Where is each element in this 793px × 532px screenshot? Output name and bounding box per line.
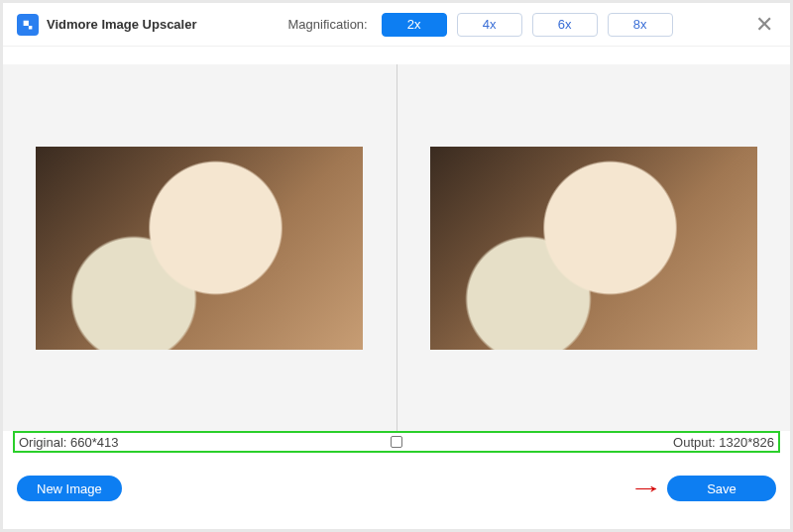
arrow-right-icon: →	[628, 476, 663, 501]
close-icon[interactable]: ✕	[752, 13, 776, 37]
original-image	[36, 147, 363, 350]
output-image	[430, 147, 757, 350]
magnification-6x-button[interactable]: 6x	[532, 13, 598, 37]
original-dimensions-label: Original: 660*413	[15, 435, 118, 450]
magnification-4x-button[interactable]: 4x	[457, 13, 522, 37]
magnification-group: 2x 4x 6x 8x	[382, 13, 673, 37]
magnification-2x-button[interactable]: 2x	[382, 13, 447, 37]
compare-panel	[3, 64, 790, 431]
magnification-label: Magnification:	[288, 17, 368, 32]
output-dimensions-label: Output: 1320*826	[673, 435, 778, 450]
bottom-bar: New Image → Save	[17, 476, 776, 501]
save-button[interactable]: Save	[667, 476, 776, 501]
app-title: Vidmore Image Upscaler	[47, 17, 197, 32]
compare-slider-handle[interactable]	[391, 436, 402, 448]
original-pane	[3, 64, 396, 431]
new-image-button[interactable]: New Image	[17, 476, 122, 501]
output-pane	[397, 64, 791, 431]
magnification-8x-button[interactable]: 8x	[608, 13, 673, 37]
app-logo-icon	[17, 14, 39, 36]
header: Vidmore Image Upscaler Magnification: 2x…	[3, 3, 790, 47]
dimensions-bar: Original: 660*413 Output: 1320*826	[13, 431, 780, 453]
save-area: → Save	[635, 476, 776, 501]
